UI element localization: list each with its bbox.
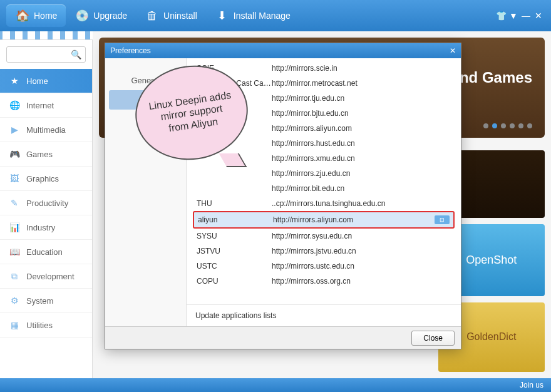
mirror-url: ..cp://mirrors.tuna.tsinghua.edu.cn <box>272 199 451 208</box>
mirror-url: http://mirror.tju.edu.cn <box>272 94 451 103</box>
banner-text: and Games <box>451 69 532 86</box>
mirror-name: USTC <box>197 262 272 271</box>
search-input[interactable] <box>11 50 71 59</box>
sidebar-item-industry[interactable]: 📊Industry <box>0 215 92 240</box>
sidebar-item-label: Multimedia <box>26 125 66 135</box>
sidebar-item-label: Graphics <box>26 174 59 183</box>
tab-home[interactable]: 🏠Home <box>6 4 66 27</box>
sidebar-icon: ★ <box>9 75 20 86</box>
close-icon[interactable]: ✕ <box>532 11 545 21</box>
banner-dots <box>483 123 532 128</box>
mirror-name: SYSU <box>197 232 272 240</box>
upgrade-icon: 💿 <box>75 8 90 23</box>
sidebar-item-label: Utilities <box>26 321 53 330</box>
mirror-name: JSTVU <box>197 247 272 255</box>
mirror-url: http://mirror.sysu.edu.cn <box>272 232 451 240</box>
mirror-url: http://mirrors.hust.edu.cn <box>272 139 451 148</box>
titlebar: 🏠Home 💿Upgrade 🗑Uninstall ⬇Install Manag… <box>0 0 551 31</box>
mirror-row[interactable]: COPUhttp://mirrors.oss.org.cn <box>193 274 455 289</box>
theme-icon[interactable]: 👕 <box>495 11 507 21</box>
dialog-titlebar: Preferences ✕ <box>105 43 461 58</box>
mirror-name: COPU <box>197 277 272 286</box>
annotation-balloon: Linux Deepin adds mirror support from Al… <box>135 66 267 191</box>
sidebar-item-development[interactable]: ⧉Development <box>0 264 92 289</box>
footer: Join us <box>0 378 551 392</box>
tab-label: Upgrade <box>93 11 127 21</box>
dot[interactable] <box>501 123 506 128</box>
dialog-title: Preferences <box>110 46 151 55</box>
mirror-url: http://mirrors.jstvu.edu.cn <box>272 247 451 255</box>
mirror-row[interactable]: SYSUhttp://mirror.sysu.edu.cn <box>193 229 455 244</box>
sidebar-item-games[interactable]: 🎮Games <box>0 142 92 167</box>
dialog-close-icon[interactable]: ✕ <box>450 46 456 55</box>
sidebar-item-graphics[interactable]: 🖼Graphics <box>0 167 92 191</box>
home-icon: 🏠 <box>15 8 30 23</box>
mirror-row[interactable]: aliyunhttp://mirrors.aliyun.com⊡ <box>193 211 455 229</box>
mirror-url: http://mirror.bit.edu.cn <box>272 184 451 193</box>
mirror-row[interactable]: THU..cp://mirrors.tuna.tsinghua.edu.cn <box>193 196 455 211</box>
mirror-url: http://mirrors.zju.edu.cn <box>272 169 451 178</box>
mirror-row[interactable]: JSTVUhttp://mirrors.jstvu.edu.cn <box>193 244 455 259</box>
mirror-url: http://mirrors.oss.org.cn <box>272 277 451 286</box>
mirror-row[interactable]: USTChttp://mirrors.ustc.edu.cn <box>193 259 455 274</box>
dot[interactable] <box>492 123 497 128</box>
mirror-url: http://mirror.metrocast.net <box>272 79 451 88</box>
search-box[interactable]: 🔍 <box>6 46 86 63</box>
sidebar-item-label: Industry <box>26 223 55 232</box>
dot[interactable] <box>527 123 532 128</box>
sidebar-icon: 🖼 <box>9 173 20 184</box>
dot[interactable] <box>518 123 523 128</box>
sidebar-item-utilities[interactable]: ▦Utilities <box>0 313 92 338</box>
sidebar-icon: 🌐 <box>9 100 20 111</box>
tab-label: Uninstall <box>163 11 197 21</box>
dot[interactable] <box>510 123 515 128</box>
sidebar-icon: ⚙ <box>9 295 20 306</box>
tab-install-manage[interactable]: ⬇Install Manage <box>206 4 299 27</box>
mirror-url: http://mirrors.ustc.edu.cn <box>272 262 451 271</box>
uninstall-icon: 🗑 <box>145 8 160 23</box>
sidebar-icon: ▶ <box>9 124 20 135</box>
mirror-url: http://mirrors.aliyun.com <box>272 124 451 133</box>
sidebar-item-education[interactable]: 📖Education <box>0 240 92 264</box>
tab-label: Install Manage <box>234 11 291 21</box>
sidebar-item-label: Home <box>26 76 48 86</box>
sidebar-item-label: Education <box>26 247 63 257</box>
sidebar: 🔍 ★Home🌐Internet▶Multimedia🎮Games🖼Graphi… <box>0 31 93 378</box>
sidebar-icon: 🎮 <box>9 148 20 160</box>
tile-label: OpenShot <box>466 254 517 267</box>
sidebar-item-multimedia[interactable]: ▶Multimedia <box>0 118 92 142</box>
dialog-footer: Close <box>105 326 461 349</box>
sidebar-icon: ▦ <box>9 319 20 331</box>
install-icon: ⬇ <box>215 8 230 23</box>
minimize-icon[interactable]: — <box>520 11 532 21</box>
mirror-url: http://mirrors.xmu.edu.cn <box>272 154 451 163</box>
sidebar-item-internet[interactable]: 🌐Internet <box>0 93 92 118</box>
sidebar-item-label: System <box>26 296 53 306</box>
dot[interactable] <box>483 123 488 128</box>
sidebar-icon: 📖 <box>9 246 20 257</box>
tile-label: GoldenDict <box>466 331 516 343</box>
mirror-url: http://mirrors.scie.in <box>272 64 451 73</box>
mirror-name: aliyun <box>198 215 273 224</box>
tab-uninstall[interactable]: 🗑Uninstall <box>136 4 206 27</box>
update-applications-link[interactable]: Update applications lists <box>187 304 461 326</box>
scallop-trim <box>0 31 93 40</box>
sidebar-item-home[interactable]: ★Home <box>0 69 92 93</box>
sidebar-icon: ✎ <box>9 197 20 209</box>
mirror-url: http://mirror.bjtu.edu.cn <box>272 109 451 118</box>
sidebar-item-productivity[interactable]: ✎Productivity <box>0 191 92 215</box>
mirror-name: THU <box>197 199 272 208</box>
close-button[interactable]: Close <box>411 331 455 346</box>
mirror-test-icon[interactable]: ⊡ <box>435 215 450 224</box>
sidebar-item-label: Internet <box>26 101 54 110</box>
sidebar-icon: 📊 <box>9 222 20 233</box>
joinus-link[interactable]: Join us <box>520 381 543 389</box>
balloon-tail <box>223 153 248 178</box>
mirror-url: http://mirrors.aliyun.com <box>273 215 435 224</box>
balloon-text: Linux Deepin adds mirror support from Al… <box>129 58 254 167</box>
sidebar-item-label: Development <box>26 272 75 281</box>
menu-icon[interactable]: ▼ <box>507 11 520 21</box>
search-icon[interactable]: 🔍 <box>71 49 81 59</box>
sidebar-item-system[interactable]: ⚙System <box>0 289 92 313</box>
tab-upgrade[interactable]: 💿Upgrade <box>66 4 136 27</box>
